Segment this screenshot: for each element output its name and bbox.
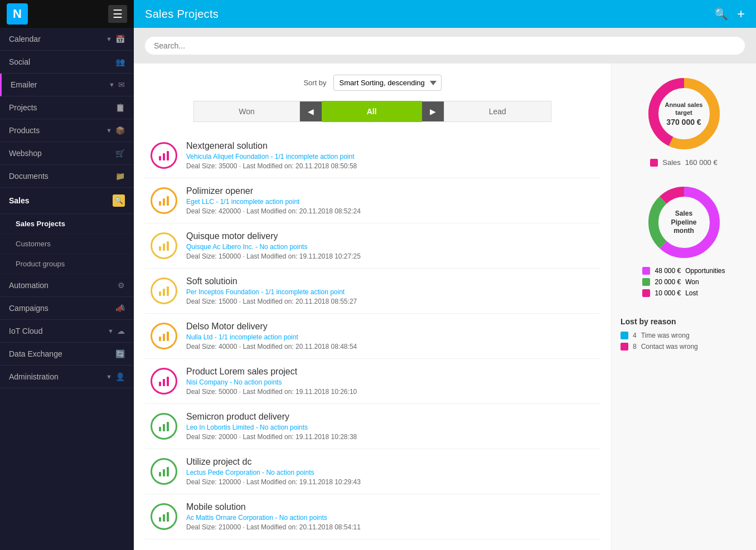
project-detail: Deal Size: 120000 · Last Modified on: 19… xyxy=(186,478,594,486)
project-info: Utilize project dc Lectus Pede Corporati… xyxy=(186,457,594,486)
search-input[interactable] xyxy=(145,37,745,55)
products-icon: 📦 xyxy=(115,126,125,135)
content-area: Sort by Smart Sorting, descendingName, a… xyxy=(134,64,756,550)
project-item[interactable]: Polimizer opener Eget LLC - 1/1 incomple… xyxy=(145,178,600,223)
sidebar-item-sales[interactable]: Sales 🔍 xyxy=(0,188,134,214)
chart-icon xyxy=(158,375,170,387)
project-item[interactable]: Quisque motor delivery Quisque Ac Libero… xyxy=(145,223,600,269)
project-info: Semicron product delivery Leo In Loborti… xyxy=(186,412,594,441)
svg-rect-21 xyxy=(159,472,161,476)
tab-lead[interactable]: Lead xyxy=(444,101,551,122)
project-list: Nextgeneral solution Vehicula Aliquet Fo… xyxy=(145,133,600,539)
project-detail: Deal Size: 210000 · Last Modified on: 20… xyxy=(186,523,594,531)
chevron-down-icon: ▼ xyxy=(106,373,112,380)
tab-all[interactable]: All xyxy=(322,101,422,122)
svg-rect-24 xyxy=(159,517,161,522)
sidebar-item-automation[interactable]: Automation ⚙ xyxy=(0,274,134,297)
search-bar xyxy=(134,28,756,64)
project-info: Product Lorem sales project Nisi Company… xyxy=(186,367,594,396)
nav-items: Calendar ▼ 📅 Social 👥 Emailer ▼ ✉ Projec… xyxy=(0,28,134,388)
add-icon[interactable]: + xyxy=(737,6,745,22)
lost-label: Contact was wrong xyxy=(641,343,698,351)
project-info: Soft solutioin Per Inceptos Foundation -… xyxy=(186,276,594,305)
annual-donut-wrap: Annual sales target 370 000 € xyxy=(645,75,723,153)
sidebar-item-label: Webshop xyxy=(9,149,42,158)
project-item[interactable]: Nextgeneral solution Vehicula Aliquet Fo… xyxy=(145,133,600,178)
svg-rect-11 xyxy=(167,286,169,296)
svg-rect-5 xyxy=(167,196,169,206)
sidebar-item-label: Data Exchange xyxy=(9,349,62,358)
administration-icon: 👤 xyxy=(115,372,125,381)
pipeline-won-value: 20 000 € xyxy=(655,278,681,286)
project-detail: Deal Size: 15000 · Last Modified on: 20.… xyxy=(186,298,594,305)
topbar: Sales Projects 🔍 + xyxy=(134,0,756,28)
chevron-down-icon: ▼ xyxy=(109,81,115,88)
svg-rect-18 xyxy=(159,427,161,431)
project-item[interactable]: Product Lorem sales project Nisi Company… xyxy=(145,359,600,404)
project-name: Semicron product delivery xyxy=(186,412,594,422)
svg-rect-9 xyxy=(159,291,161,296)
sidebar-item-projects[interactable]: Projects 📋 xyxy=(0,96,134,119)
app-logo: N xyxy=(7,3,28,25)
sidebar-item-webshop[interactable]: Webshop 🛒 xyxy=(0,142,134,165)
search-icon[interactable]: 🔍 xyxy=(714,7,728,21)
sort-label: Sort by xyxy=(303,79,326,87)
sidebar-item-calendar[interactable]: Calendar ▼ 📅 xyxy=(0,28,134,51)
pipeline-won-label: Won xyxy=(685,278,699,286)
main-content: Sales Projects 🔍 + Sort by Smart Sorting… xyxy=(134,0,756,550)
project-company: Ac Mattis Ornare Corporation - No action… xyxy=(186,514,594,522)
chart-icon xyxy=(158,330,170,342)
chart-icon xyxy=(158,465,170,478)
sidebar-item-iot-cloud[interactable]: IoT Cloud ▼ ☁ xyxy=(0,320,134,343)
project-info: Delso Motor delivery Nulla Ltd - 1/1 inc… xyxy=(186,322,594,351)
project-detail: Deal Size: 50000 · Last Modified on: 19.… xyxy=(186,388,594,396)
tab-won[interactable]: Won xyxy=(193,101,300,122)
lost-by-reason: Lost by reason 4 Time was wrong 8 Contac… xyxy=(621,317,747,351)
svg-rect-10 xyxy=(163,289,165,296)
lost-reason-row: 8 Contact was wrong xyxy=(621,343,747,351)
project-info: Mobile solution Ac Mattis Ornare Corpora… xyxy=(186,502,594,531)
project-company: Eget LLC - 1/1 incomplete action point xyxy=(186,198,594,206)
project-item[interactable]: Mobile solution Ac Mattis Ornare Corpora… xyxy=(145,494,600,539)
sidebar-item-data-exchange[interactable]: Data Exchange 🔄 xyxy=(0,343,134,366)
svg-rect-20 xyxy=(167,422,169,431)
sidebar-item-products[interactable]: Products ▼ 📦 xyxy=(0,119,134,142)
svg-rect-3 xyxy=(159,201,161,206)
project-item[interactable]: Soft solutioin Per Inceptos Foundation -… xyxy=(145,269,600,314)
sidebar-item-product-groups[interactable]: Product groups xyxy=(0,254,134,274)
lost-count: 4 xyxy=(633,332,637,339)
sidebar-item-documents[interactable]: Documents 📁 xyxy=(0,165,134,188)
chart-icon xyxy=(158,510,170,523)
project-item[interactable]: Semicron product delivery Leo In Loborti… xyxy=(145,404,600,449)
sidebar-item-label: Campaigns xyxy=(9,304,49,313)
project-item[interactable]: Delso Motor delivery Nulla Ltd - 1/1 inc… xyxy=(145,314,600,359)
sort-bar: Sort by Smart Sorting, descendingName, a… xyxy=(145,75,600,91)
project-name: Delso Motor delivery xyxy=(186,322,594,332)
campaigns-icon: 📣 xyxy=(115,304,125,313)
project-icon xyxy=(151,323,177,349)
lost-color-dot xyxy=(621,343,628,351)
tab-prev-arrow[interactable]: ◀ xyxy=(300,101,322,121)
annual-legend-value: 160 000 € xyxy=(685,158,718,167)
tab-next-arrow[interactable]: ▶ xyxy=(422,101,444,121)
project-item[interactable]: Utilize project dc Lectus Pede Corporati… xyxy=(145,449,600,494)
sidebar-item-administration[interactable]: Administration ▼ 👤 xyxy=(0,366,134,388)
sidebar-item-campaigns[interactable]: Campaigns 📣 xyxy=(0,297,134,320)
svg-rect-25 xyxy=(163,514,165,522)
sidebar-item-sales-projects[interactable]: Sales Projects xyxy=(0,214,134,234)
sidebar-item-emailer[interactable]: Emailer ▼ ✉ xyxy=(0,74,134,96)
lost-reason-row: 4 Time was wrong xyxy=(621,332,747,339)
chevron-down-icon: ▼ xyxy=(106,36,112,42)
sort-select[interactable]: Smart Sorting, descendingName, ascending… xyxy=(333,75,442,91)
project-company: Nisi Company - No action points xyxy=(186,378,594,386)
annual-legend: Sales 160 000 € xyxy=(650,158,717,167)
lost-label: Time was wrong xyxy=(641,332,690,339)
webshop-icon: 🛒 xyxy=(115,149,125,158)
sidebar-item-social[interactable]: Social 👥 xyxy=(0,51,134,74)
hamburger-button[interactable]: ☰ xyxy=(108,5,127,23)
pipeline-chart: Sales Pipeline month 48 000 € Opportunit… xyxy=(621,183,747,300)
svg-rect-8 xyxy=(167,241,169,251)
lost-count: 8 xyxy=(633,343,637,351)
annual-legend-dot xyxy=(650,159,658,167)
sidebar-item-customers[interactable]: Customers xyxy=(0,234,134,254)
